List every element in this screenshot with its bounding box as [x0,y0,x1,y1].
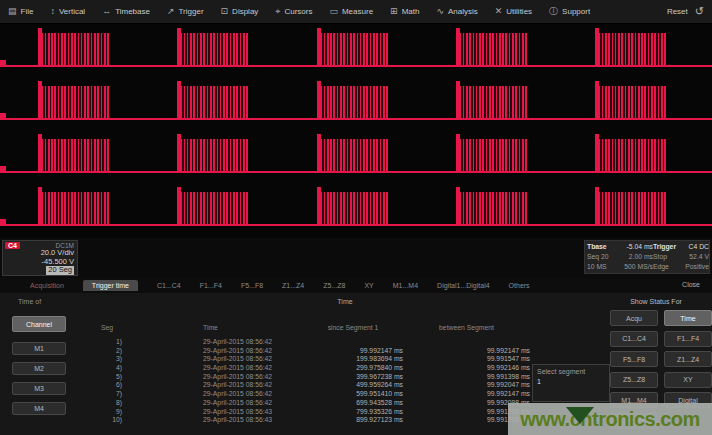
menu-utilities[interactable]: ✕Utilities [495,7,532,16]
table-row: 4)29-April-2015 08:56:42299.975840 ms99.… [92,364,530,373]
menu-timebase-label: Timebase [115,7,150,16]
cell-seg: 9) [92,408,122,417]
left-button-m3[interactable]: M3 [12,382,66,395]
table-row: 6)29-April-2015 08:56:42499.959264 ms99.… [92,381,530,390]
tab-m1-m4[interactable]: M1...M4 [393,282,418,289]
channel-descriptor-c4[interactable]: C4 DC1M 20.0 V/div -45.500 V 20 Seg [2,240,78,276]
waveform-burst [595,86,666,118]
cell-between-segment: 99.992146 ms [403,364,530,373]
cell-seg: 5) [92,373,122,382]
waveform-burst [38,86,109,118]
trace-baseline [0,65,712,67]
tbase-value: -5.04 ms [618,242,653,252]
menu-vertical[interactable]: ↕Vertical [50,7,85,16]
tab-c1-c4[interactable]: C1...C4 [157,282,181,289]
waveform-burst [317,33,388,65]
trace-baseline [0,224,712,226]
seq-count: Seq 20 [587,252,618,262]
timebase-trigger-descriptor[interactable]: Tbase -5.04 ms Trigger C4 DC Seq 20 2.00… [584,240,710,274]
cell-time: 29-April-2015 08:56:42 [203,338,303,347]
status-button-c1-c4[interactable]: C1...C4 [610,331,658,347]
tab-acquisition[interactable]: Acquisition [30,282,64,289]
status-button-f5-f8[interactable]: F5...F8 [610,351,658,367]
display-icon: ⊡ [221,7,229,16]
left-button-m2[interactable]: M2 [12,362,66,375]
cell-seg: 7) [92,390,122,399]
time-of-label: Time of [18,298,41,305]
tab-f1-f4[interactable]: F1...F4 [200,282,222,289]
table-group-header: Time [280,298,410,305]
status-button-z5-z8[interactable]: Z5...Z8 [610,372,658,388]
cell-time: 29-April-2015 08:56:43 [203,408,303,417]
menu-trigger[interactable]: ↗Trigger [167,7,204,16]
tab-digital1-digital4[interactable]: Digital1...Digital4 [437,282,490,289]
channel-segments: 20 Seg [46,266,74,275]
cell-seg: 2) [92,347,122,356]
waveform-burst [595,139,666,171]
tab-z1-z4[interactable]: Z1...Z4 [282,282,304,289]
table-row: 1)29-April-2015 08:56:42 [92,338,530,347]
table-row: 8)29-April-2015 08:56:42699.943528 ms99.… [92,399,530,408]
table-row: 5)29-April-2015 08:56:42399.967238 ms99.… [92,373,530,382]
cell-time: 29-April-2015 08:56:42 [203,381,303,390]
waveform-burst [456,139,527,171]
segment-table: 1)29-April-2015 08:56:422)29-April-2015 … [92,338,530,425]
left-button-channel[interactable]: Channel [12,316,66,332]
cell-time: 29-April-2015 08:56:43 [203,416,303,425]
status-button-xy[interactable]: XY [664,372,712,388]
select-segment-value[interactable]: 1 [537,378,605,385]
channel-offset-marker [0,219,6,224]
tab-others[interactable]: Others [509,282,530,289]
menu-support-label: Support [562,7,590,16]
status-button-acqu[interactable]: Acqu [610,310,658,326]
menu-analysis[interactable]: ∿Analysis [436,7,477,16]
cell-between-segment: 99.991547 ms [403,355,530,364]
left-button-m4[interactable]: M4 [12,402,66,415]
trigger-slope: Positive [680,262,709,272]
undo-icon[interactable]: ↺ [695,5,704,18]
menu-display[interactable]: ⊡Display [221,7,259,16]
menu-timebase[interactable]: ↔Timebase [102,7,150,16]
cell-since-segment-1 [303,338,403,347]
menu-support[interactable]: ⓘSupport [549,7,590,16]
cell-time: 29-April-2015 08:56:42 [203,364,303,373]
waveform-burst [38,192,109,224]
status-button-z1-z4[interactable]: Z1...Z4 [664,351,712,367]
menu-math[interactable]: ⊞Math [390,7,419,16]
cell-since-segment-1: 99.992147 ms [303,347,403,356]
menu-file[interactable]: ▤File [8,7,33,16]
menu-measure[interactable]: ▭Measure [329,7,373,16]
cell-seg: 6) [92,381,122,390]
left-button-m1[interactable]: M1 [12,342,66,355]
tbase-label: Tbase [587,242,618,252]
waveform-burst [177,86,248,118]
time-per-div: 2.00 ms [618,252,653,262]
table-row: 9)29-April-2015 08:56:43799.935326 ms99.… [92,408,530,417]
trigger-source: C4 DC [680,242,709,252]
waveform-burst [595,192,666,224]
waveform-burst [595,33,666,65]
sample-count: 10 MS [587,262,618,272]
waveform-display[interactable] [0,24,712,238]
acq-mode: Stop [653,252,680,262]
menu-file-label: File [21,7,34,16]
tab-xy[interactable]: XY [364,282,373,289]
cell-between-segment: 99.992147 ms [403,347,530,356]
select-segment-box[interactable]: Select segment 1 [532,364,610,402]
cell-time: 29-April-2015 08:56:42 [203,373,303,382]
menu-utilities-label: Utilities [506,7,532,16]
tab-z5-z8[interactable]: Z5...Z8 [323,282,345,289]
status-button-f1-f4[interactable]: F1...F4 [664,331,712,347]
utilities-icon: ✕ [495,7,503,16]
cell-between-segment: 99.992047 ms [403,381,530,390]
watermark-triangle-icon [566,407,594,424]
waveform-burst [38,33,109,65]
support-icon: ⓘ [549,7,558,16]
reset-button[interactable]: Reset [667,7,688,16]
menu-cursors[interactable]: ⌖Cursors [275,7,312,16]
cursors-icon: ⌖ [275,7,280,16]
tab-f5-f8[interactable]: F5...F8 [241,282,263,289]
tab-trigger-time[interactable]: Trigger time [83,280,138,291]
close-button[interactable]: Close [682,281,700,288]
status-button-time[interactable]: Time [664,310,712,326]
